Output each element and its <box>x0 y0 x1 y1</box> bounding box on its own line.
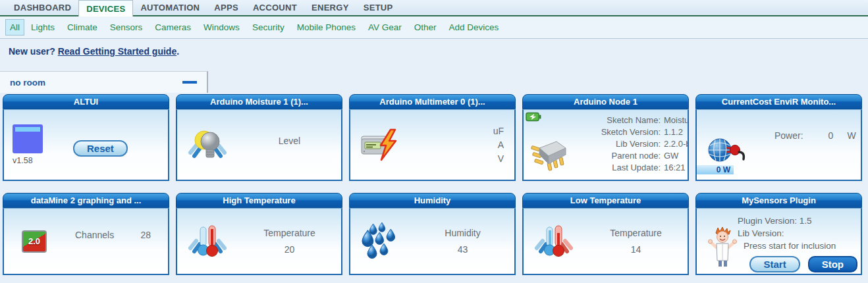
minus-icon[interactable] <box>182 81 197 84</box>
device-card-humidity-body: Humidity 43 <box>349 208 516 275</box>
notice-suffix: . <box>176 46 179 57</box>
device-card-datamine-header[interactable]: dataMine 2 graphing and ... <box>3 193 169 208</box>
power-readout: Power: 0 W <box>774 130 861 141</box>
device-card-high-temperature-header[interactable]: High Temperature <box>176 193 342 208</box>
power-label: Power: <box>774 130 803 141</box>
device-card-high-temperature: High Temperature Te <box>176 193 342 275</box>
device-card-altui-body: v1.58 Reset <box>3 109 169 181</box>
sensor-value: 20 <box>238 244 341 255</box>
field-label: Sketch Name: <box>562 115 661 126</box>
chart-badge-icon: 2.0 <box>22 230 47 253</box>
reset-button[interactable]: Reset <box>73 140 128 157</box>
device-card-low-temperature-header[interactable]: Low Temperature <box>522 193 689 208</box>
device-card-arduino-multimeter: Arduino Multimeter 0 (1)... uF A V <box>349 94 516 181</box>
multimeter-unit-v: V <box>411 152 504 166</box>
nav-energy[interactable]: ENERGY <box>304 0 356 15</box>
room-title: no room <box>10 78 45 88</box>
node-info-list: Sketch Name: Moisture Sensor Pro Sketch … <box>562 110 688 174</box>
field-value: GW <box>664 150 689 162</box>
device-card-arduino-multimeter-body: uF A V <box>349 109 516 181</box>
device-card-arduino-node: Arduino Node 1 <box>522 94 689 181</box>
moisture-variable-label: Level <box>279 136 300 146</box>
multimeter-unit-a: A <box>411 138 504 152</box>
lightbulb-icon <box>188 128 227 162</box>
field-label: Parent node: <box>562 150 661 162</box>
power-unit: W <box>847 130 855 141</box>
nav-automation[interactable]: AUTOMATION <box>133 0 207 15</box>
device-card-arduino-multimeter-header[interactable]: Arduino Multimeter 0 (1)... <box>349 94 516 109</box>
start-button[interactable]: Start <box>749 256 800 272</box>
room-section-header: no room <box>0 71 208 93</box>
field-label: Lib Version: <box>562 138 661 150</box>
device-card-currentcost: CurrentCost EnviR Monito... <box>695 94 862 181</box>
device-card-arduino-node-header[interactable]: Arduino Node 1 <box>522 94 689 109</box>
stop-button[interactable]: Stop <box>808 256 857 272</box>
device-card-humidity: Humidity Humidity <box>349 193 516 275</box>
field-value: 16:21 <box>664 162 689 174</box>
device-card-low-temperature-body: Temperature 14 <box>522 208 689 275</box>
power-meter-icon <box>360 128 401 162</box>
tab-av-gear[interactable]: AV Gear <box>362 20 408 35</box>
device-filter-tabs: All Lights Climate Sensors Cameras Windo… <box>0 16 868 39</box>
tab-security[interactable]: Security <box>246 20 290 35</box>
scientist-icon <box>707 226 738 268</box>
app-window-icon <box>13 124 43 153</box>
sensor-label: Humidity <box>411 228 514 238</box>
tab-cameras[interactable]: Cameras <box>149 20 197 35</box>
tab-all[interactable]: All <box>5 19 24 36</box>
device-card-mysensors-header[interactable]: MySensors Plugin <box>695 193 862 208</box>
device-card-arduino-moisture-header[interactable]: Arduino Moisture 1 (1)... <box>176 94 342 109</box>
device-card-arduino-moisture-body: Level <box>176 109 342 181</box>
inclusion-hint-line: Press start for inclusion <box>738 240 861 252</box>
nav-setup[interactable]: SETUP <box>356 0 400 15</box>
nav-dashboard[interactable]: DASHBOARD <box>7 0 78 15</box>
device-card-mysensors-body: Plugin Version: 1.5 Lib Version: Press s… <box>695 208 862 275</box>
tab-lights[interactable]: Lights <box>25 20 61 35</box>
sensor-value: 43 <box>411 244 514 255</box>
device-card-arduino-node-body: Sketch Name: Moisture Sensor Pro Sketch … <box>522 109 689 181</box>
field-value: 2.2.0-beta <box>664 138 689 150</box>
globe-plug-icon <box>707 136 747 165</box>
device-card-datamine: dataMine 2 graphing and ... 2.0 Channels… <box>3 193 169 275</box>
tab-add-devices[interactable]: Add Devices <box>443 20 505 35</box>
tab-windows[interactable]: Windows <box>198 20 246 35</box>
device-card-datamine-body: 2.0 Channels 28 <box>3 208 169 275</box>
thermometer-icon <box>188 224 227 259</box>
device-card-high-temperature-body: Temperature 20 <box>176 208 342 275</box>
mysensors-info: Plugin Version: 1.5 Lib Version: Press s… <box>738 209 861 252</box>
nav-apps[interactable]: APPS <box>207 0 246 15</box>
device-cards-row-2: dataMine 2 graphing and ... 2.0 Channels… <box>3 193 862 275</box>
channels-label: Channels <box>75 230 114 240</box>
sensor-label: Temperature <box>238 228 341 238</box>
altui-version: v1.58 <box>13 156 33 165</box>
field-value: 1.1.2 <box>664 126 689 138</box>
top-nav: DASHBOARD DEVICES AUTOMATION APPS ACCOUN… <box>0 0 868 16</box>
plugin-version-line: Plugin Version: 1.5 <box>738 215 861 227</box>
tab-other[interactable]: Other <box>408 20 443 35</box>
device-card-mysensors: MySensors Plugin Plugin Version: 1.5 Lib <box>695 193 862 275</box>
tab-sensors[interactable]: Sensors <box>104 20 149 35</box>
water-drops-icon <box>362 222 400 261</box>
device-card-humidity-header[interactable]: Humidity <box>349 193 516 208</box>
power-value: 0 <box>828 130 834 141</box>
device-card-currentcost-body: Power: 0 W 0 W <box>695 109 862 181</box>
tab-mobile-phones[interactable]: Mobile Phones <box>291 20 362 35</box>
sensor-label: Temperature <box>584 228 688 238</box>
device-card-altui-header[interactable]: ALTUI <box>3 94 169 109</box>
channels-value: 28 <box>140 230 151 240</box>
device-card-low-temperature: Low Temperature <box>522 193 689 275</box>
chip-icon <box>530 136 568 172</box>
nav-account[interactable]: ACCOUNT <box>246 0 304 15</box>
energy-usage-value: 0 W <box>717 165 730 174</box>
tab-climate[interactable]: Climate <box>61 20 103 35</box>
battery-charging-icon <box>526 112 541 122</box>
device-cards-row-1: ALTUI v1.58 Reset Arduino Moisture 1 (1)… <box>3 94 862 181</box>
notice-prefix: New user? <box>9 46 58 57</box>
energy-usage-bar: 0 W <box>697 165 734 174</box>
sensor-value: 14 <box>584 244 688 255</box>
device-card-currentcost-header[interactable]: CurrentCost EnviR Monito... <box>695 94 862 109</box>
device-card-altui: ALTUI v1.58 Reset <box>3 94 169 181</box>
nav-devices[interactable]: DEVICES <box>78 0 133 16</box>
field-label: Sketch Version: <box>562 126 661 138</box>
getting-started-link[interactable]: Read Getting Started guide <box>58 46 176 57</box>
